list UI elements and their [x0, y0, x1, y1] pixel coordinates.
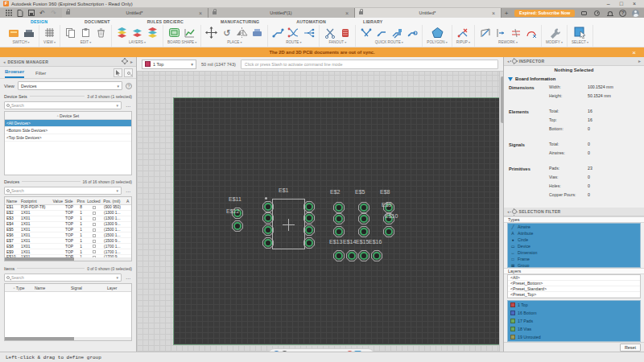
active-layer-select[interactable]: 1 Top ▾ [142, 60, 196, 69]
pad[interactable] [358, 250, 369, 261]
save-icon[interactable] [27, 10, 35, 17]
switch-schematic-icon[interactable] [7, 27, 19, 39]
command-prompt-icon[interactable]: ≫ [362, 351, 369, 352]
document-tab[interactable]: Untitled* × [355, 8, 502, 18]
pad[interactable] [303, 212, 315, 224]
close-icon[interactable]: × [633, 0, 636, 7]
menu-item[interactable]: MANUFACTURING [221, 19, 259, 24]
pad[interactable] [358, 226, 369, 237]
type-filter-row[interactable]: □Frame [508, 256, 640, 262]
place-component-icon[interactable] [251, 27, 263, 39]
component-label[interactable]: E$12 [226, 208, 239, 214]
pad[interactable] [358, 202, 369, 213]
menu-item[interactable]: LIBRARY [363, 19, 382, 24]
col-value[interactable]: Value [52, 197, 64, 204]
items-menu-icon[interactable]: ⋯ [124, 275, 132, 281]
chevron-down-icon[interactable]: ▾ [116, 103, 119, 108]
quick-route-corner-icon[interactable] [375, 27, 387, 39]
copy-icon[interactable] [64, 27, 76, 39]
devices-search-input[interactable] [11, 188, 114, 193]
locked-checkbox[interactable] [93, 234, 96, 237]
panel-expand-icon[interactable]: ▸ [638, 58, 641, 64]
component-label[interactable]: E$14 [343, 239, 356, 245]
quick-route-multi-icon[interactable] [390, 27, 402, 39]
view-previous-icon[interactable]: ↶ [289, 351, 296, 352]
tab-close-icon[interactable]: × [344, 10, 350, 16]
pad[interactable] [358, 213, 369, 224]
type-filter-row[interactable]: ▭Device [508, 243, 640, 249]
col-attributes[interactable]: A [125, 197, 131, 204]
pad[interactable] [383, 226, 394, 237]
device-set-row[interactable]: <Top Side Devices> [5, 134, 131, 142]
component-label[interactable]: E$5 [355, 189, 365, 195]
quick-route-icon[interactable] [360, 27, 372, 39]
locked-checkbox[interactable] [93, 228, 96, 232]
new-tab-button[interactable]: + [502, 8, 511, 18]
inspector-gear-icon[interactable] [512, 59, 517, 64]
rework-meander-icon[interactable] [510, 27, 522, 39]
items-hscrollbar[interactable] [5, 337, 131, 340]
document-tab[interactable]: Untitled* × [62, 8, 208, 18]
pad[interactable] [333, 202, 345, 213]
pad[interactable] [333, 226, 345, 237]
col-name[interactable]: Name [5, 197, 19, 204]
chevron-down-icon[interactable]: ▾ [116, 188, 119, 193]
col-pins[interactable]: Pins [75, 197, 85, 204]
select-tool-icon[interactable] [574, 27, 586, 39]
zoom-out-icon[interactable]: − [305, 351, 312, 352]
tab-browser[interactable]: Browser [5, 69, 24, 78]
type-filter-row[interactable]: ●Circle [508, 237, 640, 243]
devices-searchbox[interactable]: ▾ [4, 187, 122, 195]
layer-filter-row[interactable]: 17 Pads [508, 317, 640, 325]
component-label[interactable]: E$2 [330, 189, 340, 195]
app-grid-icon[interactable] [5, 10, 12, 17]
subscribe-button[interactable]: Expired: Subscribe Now [514, 10, 575, 17]
new-file-icon[interactable] [16, 10, 23, 17]
pad[interactable] [333, 250, 345, 261]
layer-filter-row[interactable]: 1 Top [508, 301, 640, 309]
maximize-icon[interactable]: □ [620, 0, 623, 7]
notifications-icon[interactable] [606, 10, 613, 17]
devices-menu-icon[interactable]: ⋯ [124, 188, 132, 194]
pad[interactable] [303, 224, 315, 236]
layer-filter-row[interactable]: 18 Vias [508, 325, 640, 333]
items-searchbox[interactable]: ▾ [4, 274, 122, 282]
items-search-input[interactable] [11, 275, 114, 280]
paste-icon[interactable] [80, 27, 92, 39]
panel-gear-icon[interactable] [122, 59, 127, 64]
component-label[interactable]: E$15 [356, 239, 369, 245]
locked-checkbox[interactable] [93, 217, 96, 220]
locked-checkbox[interactable] [93, 250, 96, 253]
view-select[interactable]: Devices▾ [18, 81, 122, 90]
rework-trace-icon[interactable] [479, 27, 491, 39]
board-viewport[interactable]: E$11E$12E$1E$2E$5E$8E$9E$10E$13E$14E$15E… [137, 72, 503, 352]
remove-icon[interactable]: − [346, 351, 353, 352]
collapse-left-icon[interactable]: ◂ [3, 60, 6, 64]
locked-checkbox[interactable] [93, 212, 96, 215]
rework-push-icon[interactable] [494, 27, 506, 39]
collapse-icon[interactable]: ◂ [507, 209, 510, 214]
zoom-in-icon[interactable]: + [322, 351, 329, 352]
locked-checkbox[interactable] [93, 240, 96, 243]
component-label[interactable]: E$8 [380, 189, 390, 195]
ripup-icon[interactable] [457, 27, 469, 39]
layer-filter-row[interactable]: 16 Bottom [508, 309, 640, 317]
layer-filter-row[interactable]: 19 Unrouted [508, 333, 640, 341]
chevron-down-icon[interactable]: ▾ [116, 275, 119, 280]
component-label[interactable]: E$1 [279, 187, 288, 193]
locked-checkbox[interactable] [93, 206, 96, 209]
board-shape-chart-icon[interactable] [184, 27, 196, 39]
route-manual-icon[interactable] [272, 27, 284, 39]
component-label[interactable]: E$11 [229, 196, 242, 202]
col-pos[interactable]: Pos. (mil) [101, 197, 125, 204]
devices-hscrollbar[interactable] [5, 257, 131, 261]
type-filter-row[interactable]: AAttribute [508, 230, 640, 237]
component-label[interactable]: E$10 [385, 213, 398, 219]
move-icon[interactable] [205, 27, 217, 39]
grid-view-icon[interactable] [43, 27, 56, 39]
device-sets-searchbox[interactable]: ▾ [4, 101, 122, 109]
tab-filter[interactable]: Filter [35, 71, 46, 78]
command-line-input[interactable] [241, 60, 498, 69]
device-set-column-header[interactable]: ^ Device Set [56, 112, 80, 119]
col-locked[interactable]: Locked [85, 197, 101, 204]
